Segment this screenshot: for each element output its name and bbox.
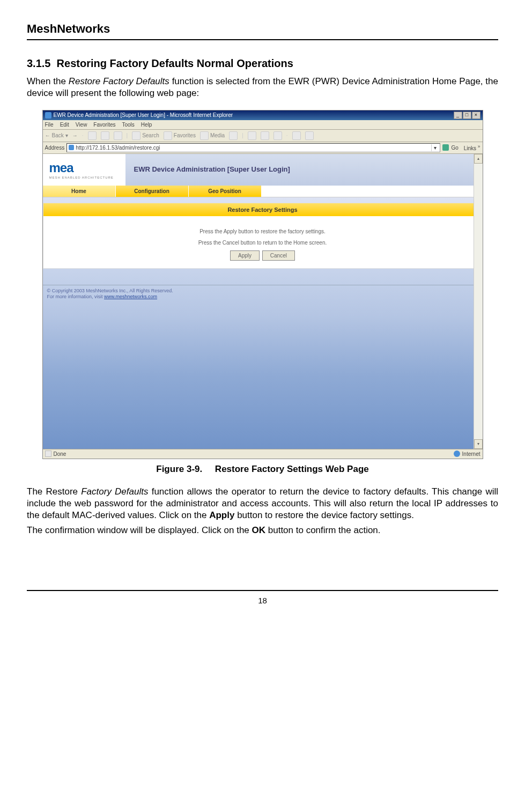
status-bar: Done Internet	[43, 449, 483, 459]
separator: ·	[286, 132, 288, 139]
menu-favorites[interactable]: Favorites	[93, 121, 115, 128]
close-button[interactable]: ×	[472, 112, 480, 119]
messenger-icon[interactable]	[305, 131, 314, 140]
logo: mea MESH ENABLED ARCHITECTURE	[43, 154, 125, 186]
page-number: 18	[258, 596, 267, 605]
stop-icon[interactable]	[88, 131, 97, 140]
maximize-button[interactable]: □	[463, 112, 471, 119]
tab-filler	[262, 186, 483, 197]
tab-configuration[interactable]: Configuration	[116, 186, 189, 197]
tab-geo-position[interactable]: Geo Position	[189, 186, 262, 197]
website-link[interactable]: www.meshnetworks.com	[104, 294, 157, 299]
text: For more information, visit	[47, 294, 105, 299]
internet-icon	[454, 451, 460, 457]
status-text: Done	[54, 451, 66, 457]
mail-icon[interactable]	[248, 131, 256, 140]
logo-subtitle: MESH ENABLED ARCHITECTURE	[49, 176, 119, 180]
cancel-button[interactable]: Cancel	[262, 250, 295, 261]
menu-view[interactable]: View	[76, 121, 87, 128]
figure-title: Restore Factory Settings Web Page	[215, 464, 369, 474]
apply-button[interactable]: Apply	[230, 250, 260, 261]
search-icon	[132, 131, 141, 140]
refresh-icon[interactable]	[101, 131, 109, 140]
window-titlebar: EWR Device Administration [Super User Lo…	[43, 110, 483, 120]
instruction-text: Press the Apply button to restore the fa…	[49, 228, 477, 235]
text: button to confirm the action.	[265, 525, 381, 535]
intro-paragraph: When the Restore Factory Defaults functi…	[27, 76, 498, 99]
header-strip: mea MESH ENABLED ARCHITECTURE EWR Device…	[43, 154, 483, 186]
logo-text: mea	[49, 159, 119, 176]
scroll-track[interactable]	[474, 164, 483, 439]
back-button[interactable]: ← Back ▾	[45, 132, 68, 139]
text-bold: Apply	[209, 510, 234, 520]
label: Back	[52, 132, 64, 139]
separator: |	[242, 132, 243, 139]
go-icon[interactable]	[442, 144, 449, 151]
history-icon[interactable]	[229, 131, 238, 140]
figure-container: EWR Device Administration [Super User Lo…	[27, 110, 498, 459]
favorites-button[interactable]: Favorites	[164, 131, 196, 140]
home-icon[interactable]	[114, 131, 122, 140]
document-header: MeshNetworks	[27, 21, 498, 40]
vertical-scrollbar[interactable]: ▴ ▾	[474, 154, 483, 449]
settings-panel: Restore Factory Settings Press the Apply…	[43, 203, 483, 269]
page-icon	[69, 145, 74, 150]
print-icon[interactable]	[261, 131, 269, 140]
separator: ·	[82, 132, 84, 139]
instruction-text: Press the Cancel button to return to the…	[49, 239, 477, 246]
panel-body: Press the Apply button to restore the fa…	[43, 216, 482, 268]
label: Search	[142, 132, 159, 139]
ie-icon	[45, 112, 51, 119]
favorites-icon	[164, 131, 172, 140]
url-text: http://172.16.1.53/admin/restore.cgi	[76, 144, 160, 151]
go-label[interactable]: Go	[451, 144, 458, 151]
media-button[interactable]: Media	[200, 131, 225, 140]
paragraph: The Restore Factory Defaults function al…	[27, 486, 498, 521]
nav-tabs: Home Configuration Geo Position	[43, 186, 483, 197]
menu-bar: File Edit View Favorites Tools Help	[43, 120, 483, 130]
scroll-up-icon[interactable]: ▴	[474, 154, 483, 164]
menu-help[interactable]: Help	[141, 121, 152, 128]
divider	[43, 285, 483, 285]
toolbar: ← Back ▾ → · | Search Favorites Media | …	[43, 130, 483, 142]
status-icon	[45, 451, 51, 457]
label: Favorites	[174, 132, 196, 139]
links-label[interactable]: Links »	[464, 144, 480, 152]
panel-title: Restore Factory Settings	[43, 203, 482, 216]
figure-label: Figure 3-9.	[156, 464, 202, 474]
minimize-button[interactable]: _	[454, 112, 462, 119]
figure-caption: Figure 3-9. Restore Factory Settings Web…	[27, 463, 498, 475]
window-title: EWR Device Administration [Super User Lo…	[54, 112, 233, 119]
text: button to restore the device factory set…	[234, 510, 414, 520]
edit-icon[interactable]	[273, 131, 282, 140]
browser-window: EWR Device Administration [Super User Lo…	[42, 110, 483, 459]
forward-button[interactable]: →	[72, 132, 78, 139]
label: Media	[210, 132, 225, 139]
separator: |	[127, 132, 128, 139]
copyright-link-line: For more information, visit www.meshnetw…	[47, 294, 173, 300]
text: The confirmation window will be displaye…	[27, 525, 252, 535]
text: The Restore	[27, 486, 81, 497]
tab-home[interactable]: Home	[43, 186, 116, 197]
text-italic: Restore Factory Defaults	[69, 76, 169, 86]
menu-edit[interactable]: Edit	[60, 121, 69, 128]
address-label: Address	[45, 144, 65, 151]
section-heading: 3.1.5 Restoring Factory Defaults Normal …	[27, 56, 498, 70]
scroll-down-icon[interactable]: ▾	[474, 439, 483, 449]
button-row: Apply Cancel	[49, 250, 477, 261]
section-number: 3.1.5	[27, 57, 50, 69]
page-footer: 18	[27, 590, 498, 606]
discuss-icon[interactable]	[292, 131, 301, 140]
paragraph: The confirmation window will be displaye…	[27, 525, 498, 536]
page-content: mea MESH ENABLED ARCHITECTURE EWR Device…	[43, 154, 483, 449]
address-input[interactable]: http://172.16.1.53/admin/restore.cgi ▾	[66, 143, 440, 152]
text-bold: OK	[252, 525, 266, 535]
zone-text: Internet	[462, 451, 480, 457]
address-dropdown[interactable]: ▾	[431, 144, 438, 151]
section-title: Restoring Factory Defaults Normal Operat…	[57, 57, 293, 69]
search-button[interactable]: Search	[132, 131, 159, 140]
window-controls: _ □ ×	[454, 112, 480, 119]
page-title: EWR Device Administration [Super User Lo…	[125, 154, 483, 186]
menu-tools[interactable]: Tools	[122, 121, 134, 128]
menu-file[interactable]: File	[45, 121, 54, 128]
